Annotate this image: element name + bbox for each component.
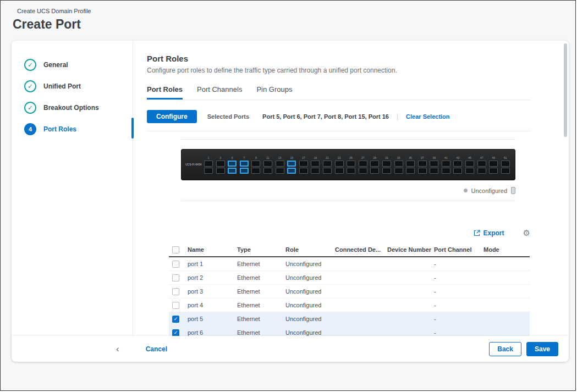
- port-46[interactable]: [465, 168, 474, 174]
- table-row[interactable]: ✓port 5EthernetUnconfigured-: [169, 312, 530, 326]
- port-36[interactable]: [406, 168, 415, 174]
- port-43[interactable]: [453, 161, 462, 167]
- port-number-label: 37: [421, 156, 424, 159]
- port-48[interactable]: [477, 168, 486, 174]
- port-50[interactable]: [489, 168, 498, 174]
- port-26[interactable]: [347, 168, 355, 174]
- port-49[interactable]: [489, 161, 498, 167]
- port-37[interactable]: [418, 161, 427, 167]
- fabric-interconnect-graphic: UCS-FI-6454 1357911131517192123252729313…: [181, 149, 515, 180]
- configure-button[interactable]: Configure: [147, 110, 197, 123]
- port-15[interactable]: [287, 161, 296, 167]
- cell-name: port 1: [188, 261, 237, 267]
- tab-port-channels[interactable]: Port Channels: [197, 85, 242, 100]
- legend-label: Unconfigured: [471, 187, 507, 194]
- port-19[interactable]: [311, 161, 320, 167]
- port-2[interactable]: [204, 168, 213, 174]
- port-23[interactable]: [335, 161, 344, 167]
- step-port-roles[interactable]: 4 Port Roles: [12, 118, 133, 140]
- port-13[interactable]: [276, 161, 284, 167]
- port-number-label: 25: [349, 156, 353, 159]
- port-44[interactable]: [453, 168, 462, 174]
- step-unified-port[interactable]: ✓ Unified Port: [12, 75, 133, 97]
- tab-port-roles[interactable]: Port Roles: [147, 85, 183, 100]
- port-3[interactable]: [216, 161, 225, 167]
- port-column: 49: [488, 156, 499, 174]
- cell-name: port 2: [188, 274, 237, 281]
- port-11[interactable]: [263, 161, 272, 167]
- port-25[interactable]: [347, 161, 355, 167]
- port-40[interactable]: [430, 168, 438, 174]
- step-complete-icon: ✓: [24, 80, 36, 92]
- port-28[interactable]: [359, 168, 367, 174]
- port-12[interactable]: [263, 168, 272, 174]
- table-row[interactable]: port 1EthernetUnconfigured-: [169, 257, 530, 271]
- port-10[interactable]: [251, 168, 260, 174]
- tab-pin-groups[interactable]: Pin Groups: [256, 85, 292, 100]
- col-port-channel: Port Channel: [434, 246, 483, 253]
- col-mode: Mode: [483, 246, 530, 253]
- row-checkbox[interactable]: [172, 288, 179, 295]
- row-checkbox[interactable]: [172, 274, 179, 281]
- port-42[interactable]: [442, 168, 450, 174]
- save-button[interactable]: Save: [526, 342, 558, 356]
- port-18[interactable]: [299, 168, 308, 174]
- port-52[interactable]: [501, 168, 510, 174]
- table-row[interactable]: port 4EthernetUnconfigured-: [169, 299, 530, 312]
- port-30[interactable]: [370, 168, 379, 174]
- step-label: General: [43, 61, 68, 69]
- collapse-sidebar-icon[interactable]: ‹: [116, 344, 119, 354]
- row-checkbox[interactable]: [172, 302, 179, 309]
- cell-port-channel: -: [434, 274, 483, 281]
- cancel-button[interactable]: Cancel: [146, 345, 167, 353]
- port-number-label: 5: [232, 156, 233, 159]
- port-16[interactable]: [287, 168, 296, 174]
- table-row[interactable]: port 2EthernetUnconfigured-: [169, 271, 530, 285]
- port-7[interactable]: [240, 161, 249, 167]
- clear-selection-link[interactable]: Clear Selection: [406, 113, 449, 120]
- port-27[interactable]: [359, 161, 367, 167]
- cell-port-channel: -: [434, 329, 483, 336]
- port-14[interactable]: [276, 168, 284, 174]
- vertical-scrollbar[interactable]: [564, 43, 567, 137]
- row-checkbox[interactable]: ✓: [172, 329, 179, 336]
- gear-icon[interactable]: ⚙: [523, 229, 530, 237]
- port-5[interactable]: [228, 161, 237, 167]
- step-general[interactable]: ✓ General: [12, 54, 133, 75]
- port-38[interactable]: [418, 168, 427, 174]
- step-label: Port Roles: [43, 125, 76, 133]
- step-breakout-options[interactable]: ✓ Breakout Options: [12, 97, 133, 118]
- port-29[interactable]: [370, 161, 379, 167]
- port-8[interactable]: [240, 168, 249, 174]
- port-9[interactable]: [251, 161, 260, 167]
- export-button[interactable]: Export: [474, 229, 504, 237]
- port-column: 15: [286, 156, 297, 174]
- wizard-steps-sidebar: ✓ General ✓ Unified Port ✓ Breakout Opti…: [12, 41, 133, 336]
- port-21[interactable]: [323, 161, 332, 167]
- port-51[interactable]: [501, 161, 510, 167]
- port-1[interactable]: [204, 161, 213, 167]
- port-4[interactable]: [216, 168, 225, 174]
- port-22[interactable]: [323, 168, 332, 174]
- export-icon: [474, 230, 480, 236]
- port-17[interactable]: [299, 161, 308, 167]
- port-34[interactable]: [394, 168, 403, 174]
- port-39[interactable]: [430, 161, 438, 167]
- port-47[interactable]: [477, 161, 486, 167]
- port-32[interactable]: [382, 168, 391, 174]
- table-row[interactable]: ✓port 6EthernetUnconfigured-: [169, 326, 530, 336]
- port-6[interactable]: [228, 168, 237, 174]
- port-45[interactable]: [465, 161, 474, 167]
- port-35[interactable]: [406, 161, 415, 167]
- port-41[interactable]: [442, 161, 450, 167]
- port-24[interactable]: [335, 168, 344, 174]
- port-31[interactable]: [382, 161, 391, 167]
- back-button[interactable]: Back: [489, 342, 521, 356]
- port-33[interactable]: [394, 161, 403, 167]
- port-20[interactable]: [311, 168, 320, 174]
- select-all-checkbox[interactable]: [172, 246, 179, 253]
- row-checkbox[interactable]: [172, 261, 179, 268]
- row-checkbox[interactable]: ✓: [172, 316, 179, 323]
- port-grid: 1357911131517192123252729313335373941434…: [203, 156, 511, 174]
- table-row[interactable]: port 3EthernetUnconfigured-: [169, 285, 530, 299]
